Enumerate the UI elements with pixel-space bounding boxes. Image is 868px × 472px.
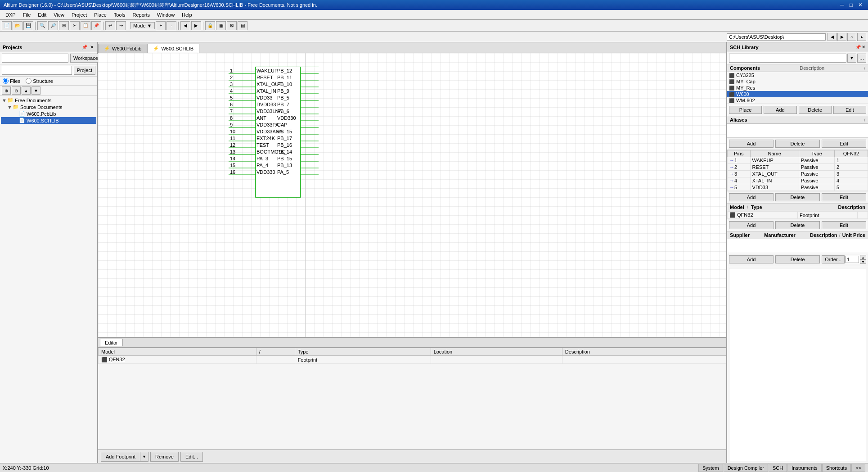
aliases-edit-btn[interactable]: / <box>864 117 865 123</box>
menu-tools[interactable]: Tools <box>110 11 129 18</box>
sch-lib-pin-btn[interactable]: 📌 <box>855 45 861 50</box>
delete-component-button[interactable]: Delete <box>799 106 832 114</box>
tree-down-btn[interactable]: ▼ <box>31 86 40 95</box>
sch-search-input[interactable] <box>729 54 846 63</box>
toolbar-btn-4[interactable]: 🔍 <box>37 21 47 30</box>
edit-model-button[interactable]: Edit <box>822 221 866 229</box>
tree-up-btn[interactable]: ▲ <box>22 86 31 95</box>
add-supplier-button[interactable]: Add <box>729 255 774 263</box>
radio-files-label[interactable]: Files <box>3 78 20 84</box>
pin-row[interactable]: →1 WAKEUP Passive 1 <box>728 157 868 164</box>
toolbar-mode[interactable]: Mode ▼ <box>130 22 155 29</box>
menu-edit[interactable]: Edit <box>34 11 50 18</box>
delete-pin-button[interactable]: Delete <box>775 193 820 201</box>
toolbar-minus[interactable]: - <box>166 21 176 30</box>
menu-file[interactable]: File <box>19 11 35 18</box>
pin-row[interactable]: →5 VDD33 Passive 5 <box>728 184 868 191</box>
expand-source-docs[interactable]: ▼ <box>7 104 13 110</box>
component-item-WM602[interactable]: ⬛ WM-602 <box>727 97 868 104</box>
component-item-CY3225[interactable]: ⬛ CY3225 <box>727 72 868 78</box>
pin-row[interactable]: →4 XTAL_IN Passive 4 <box>728 177 868 184</box>
toolbar-plus[interactable]: + <box>156 21 166 30</box>
tree-source-documents[interactable]: ▼ 📁 Source Documents <box>1 104 96 110</box>
project-search-input[interactable] <box>2 66 72 75</box>
tab-pcb-lib[interactable]: ⚡ W600.PcbLib <box>98 44 147 53</box>
workspace-dropdown[interactable]: Workspace1.DsnW <box>2 54 68 63</box>
spin-down[interactable]: ▼ <box>860 259 866 264</box>
menu-help[interactable]: Help <box>178 11 196 18</box>
menu-reports[interactable]: Reports <box>129 11 153 18</box>
component-item-MY_Res[interactable]: ⬛ MY_Res <box>727 85 868 91</box>
tree-add-btn[interactable]: ⊕ <box>2 86 11 95</box>
sch-search-more[interactable]: … <box>857 54 866 63</box>
remove-button[interactable]: Remove <box>150 452 179 462</box>
radio-structure-label[interactable]: Structure <box>26 78 53 84</box>
expand-free-docs[interactable]: ▼ <box>2 98 7 103</box>
component-item-W600[interactable]: ⬛ W600 <box>727 91 868 97</box>
pin-row[interactable]: →2 RESET Passive 2 <box>728 164 868 171</box>
tree-pcb-lib[interactable]: ▶ 📄 W600.PcbLib <box>1 110 96 117</box>
status-shortcuts[interactable]: Shortcuts <box>822 464 851 472</box>
toolbar-extra[interactable]: ▤ <box>238 21 247 30</box>
toolbar-btn-2[interactable]: 📂 <box>13 21 22 30</box>
address-path[interactable]: C:\Users\ASUS\Desktop\ <box>727 33 826 41</box>
toolbar-view[interactable]: ⊠ <box>227 21 237 30</box>
components-edit-btn[interactable]: / <box>864 66 865 71</box>
edit-alias-button[interactable]: Edit <box>822 140 866 148</box>
tab-sch-lib[interactable]: ⚡ W600.SCHLIB <box>147 44 199 53</box>
delete-alias-button[interactable]: Delete <box>775 140 820 148</box>
close-button[interactable]: ✕ <box>856 2 864 8</box>
schematic-area[interactable]: 1 WAKEUP 2 RESET 3 XTAL_OUT 4 XTAL_IN 5 … <box>98 53 726 337</box>
place-button[interactable]: Place <box>729 106 762 114</box>
menu-project[interactable]: Project <box>68 11 90 18</box>
status-design-compiler[interactable]: Design Compiler <box>724 464 768 472</box>
order-qty-input[interactable]: 1 <box>846 256 859 263</box>
tree-free-documents[interactable]: ▼ 📁 Free Documents <box>1 97 96 104</box>
panel-close-btn[interactable]: ✕ <box>89 45 94 50</box>
menu-view[interactable]: View <box>50 11 68 18</box>
radio-files[interactable] <box>3 78 9 84</box>
delete-supplier-button[interactable]: Delete <box>775 255 820 263</box>
model-table-row[interactable]: ⬛ QFN32 Footprint <box>728 212 868 219</box>
sch-search-dropdown[interactable]: ▼ <box>847 54 856 63</box>
tree-sch-lib[interactable]: ▶ 📄 W600.SCHLIB <box>1 117 96 124</box>
panel-pin-btn[interactable]: 📌 <box>81 45 88 50</box>
toolbar-btn-5[interactable]: 🔎 <box>48 21 58 30</box>
add-footprint-arrow[interactable]: ▼ <box>140 452 148 462</box>
menu-place[interactable]: Place <box>90 11 110 18</box>
toolbar-btn-3[interactable]: 💾 <box>23 21 33 30</box>
toolbar-left[interactable]: ◀ <box>180 21 190 30</box>
toolbar-grid[interactable]: ▦ <box>216 21 226 30</box>
table-row[interactable]: ⬛ QFN32 Footprint <box>99 356 726 364</box>
pin-row[interactable]: →3 XTAL_OUT Passive 3 <box>728 171 868 177</box>
spin-up[interactable]: ▲ <box>860 255 866 259</box>
status-system[interactable]: System <box>698 464 723 472</box>
editor-tab[interactable]: Editor <box>100 339 123 346</box>
edit-button[interactable]: Edit... <box>180 452 203 462</box>
edit-component-button[interactable]: Edit <box>833 106 866 114</box>
minimize-button[interactable]: ─ <box>838 2 846 8</box>
nav-forward[interactable]: ▶ <box>837 33 846 41</box>
maximize-button[interactable]: □ <box>848 2 855 8</box>
delete-model-button[interactable]: Delete <box>775 221 820 229</box>
add-component-button[interactable]: Add <box>764 106 796 114</box>
status-sch[interactable]: SCH <box>769 464 787 472</box>
toolbar-btn-9[interactable]: 📌 <box>91 21 101 30</box>
order-button[interactable]: Order... <box>822 255 845 263</box>
toolbar-right[interactable]: ▶ <box>191 21 201 30</box>
toolbar-btn-6[interactable]: ⊞ <box>59 21 69 30</box>
edit-pin-button[interactable]: Edit <box>822 193 866 201</box>
status-instruments[interactable]: Instruments <box>787 464 821 472</box>
nav-up[interactable]: ▲ <box>857 33 866 41</box>
add-alias-button[interactable]: Add <box>729 140 774 148</box>
tree-remove-btn[interactable]: ⊖ <box>12 86 21 95</box>
nav-home[interactable]: ⌂ <box>847 33 856 41</box>
toolbar-btn-1[interactable]: 📄 <box>2 21 12 30</box>
toolbar-lock[interactable]: 🔒 <box>205 21 215 30</box>
menu-window[interactable]: Window <box>153 11 178 18</box>
menu-dxp[interactable]: DXP <box>2 11 19 18</box>
toolbar-redo[interactable]: ↪ <box>116 21 126 30</box>
toolbar-btn-7[interactable]: ✂ <box>70 21 80 30</box>
add-footprint-button[interactable]: Add Footprint <box>101 452 140 462</box>
workspace-button[interactable]: Workspace <box>70 54 101 63</box>
